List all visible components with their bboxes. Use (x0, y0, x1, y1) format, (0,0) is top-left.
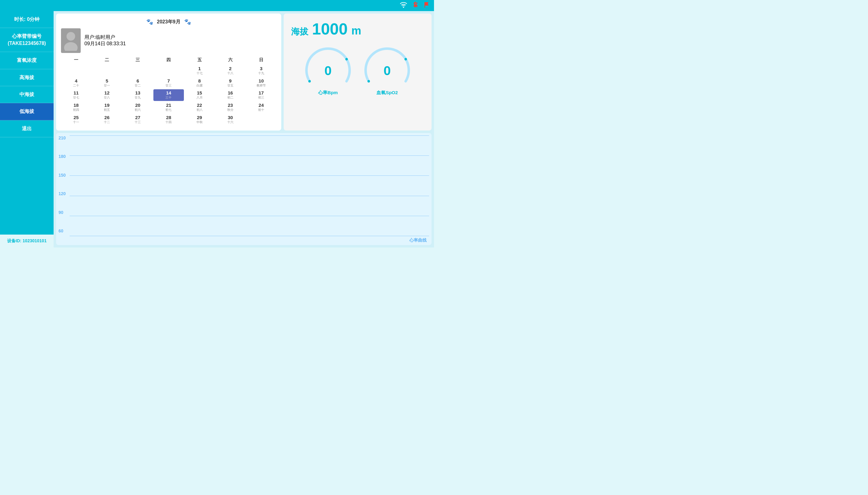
cal-day-empty-0 (61, 65, 91, 76)
cal-day-19[interactable]: 19初五 (92, 102, 122, 113)
altitude-value: 1000 (312, 20, 348, 38)
wifi-icon (400, 2, 407, 9)
cal-day-empty-3 (153, 65, 184, 76)
cal-day-12[interactable]: 12廿八 (92, 89, 122, 101)
cal-weekday-mon: 一 (61, 56, 91, 64)
cal-weekday-sun: 日 (246, 56, 276, 64)
calendar-prev-button[interactable]: 🐾 (146, 18, 153, 25)
cal-day-7[interactable]: 7廿三 (153, 77, 184, 89)
content-area: 🐾 2023年9月 🐾 用户:临时用户 09月14日 08:33:31 (54, 11, 434, 248)
top-row: 🐾 2023年9月 🐾 用户:临时用户 09月14日 08:33:31 (56, 14, 432, 131)
heart-rate-label: 心率Bpm (318, 90, 338, 96)
cal-day-9[interactable]: 9廿五 (215, 77, 246, 89)
cal-day-empty-2 (122, 65, 153, 76)
chart-title: 心率曲线 (410, 238, 427, 243)
sidebar-item-low-altitude[interactable]: 低海拔 (0, 103, 54, 120)
heart-rate-gauge-svg: 0 (303, 47, 353, 87)
cal-day-8[interactable]: 8白露 (184, 77, 215, 89)
cal-weekday-sat: 六 (215, 56, 246, 64)
spo2-gauge: 0 血氧SpO2 (363, 47, 412, 96)
svg-point-1 (64, 42, 78, 51)
svg-text:0: 0 (324, 64, 331, 78)
cal-day-10[interactable]: 10教师节 (246, 77, 276, 89)
device-id-label: 设备ID: 1023010101 (0, 235, 54, 248)
cal-day-16[interactable]: 16初二 (215, 89, 246, 101)
calendar-user-info: 用户:临时用户 09月14日 08:33:31 (61, 28, 276, 53)
cal-day-6[interactable]: 6廿二 (122, 77, 153, 89)
heart-rate-gauge: 0 心率Bpm (303, 47, 353, 96)
cal-weekday-thu: 四 (153, 56, 184, 64)
cal-weekday-wed: 三 (122, 56, 153, 64)
status-bar (0, 0, 434, 11)
svg-text:0: 0 (383, 64, 390, 78)
chart-panel: 210 180 150 120 90 60 心率曲线 (56, 133, 432, 245)
cal-day-30[interactable]: 30十六 (215, 114, 246, 125)
cal-day-11[interactable]: 11廿七 (61, 89, 91, 101)
chart-y-60: 60 (59, 228, 66, 233)
user-datetime-label: 09月14日 08:33:31 (84, 41, 126, 47)
sidebar-item-oxygen[interactable]: 富氧浓度 (0, 52, 54, 69)
sidebar: 时长: 0分钟 心率臂带编号 (TAKE12345678) 富氧浓度 高海拔 中… (0, 11, 54, 248)
cal-day-17[interactable]: 17初三 (246, 89, 276, 101)
chart-y-150: 150 (59, 173, 66, 177)
chart-line-210 (70, 135, 429, 136)
cal-day-25[interactable]: 25十一 (61, 114, 91, 125)
cal-day-1[interactable]: 1十七 (184, 65, 215, 76)
cal-day-13[interactable]: 13廿九 (122, 89, 153, 101)
cal-day-3[interactable]: 3十九 (246, 65, 276, 76)
chart-line-180 (70, 155, 429, 156)
calendar-panel: 🐾 2023年9月 🐾 用户:临时用户 09月14日 08:33:31 (56, 14, 281, 131)
sidebar-item-logout[interactable]: 退出 (0, 120, 54, 137)
chart-y-210: 210 (59, 135, 66, 140)
cal-weekday-tue: 二 (92, 56, 122, 64)
cal-day-29[interactable]: 29中秋 (184, 114, 215, 125)
sidebar-item-duration[interactable]: 时长: 0分钟 (0, 11, 54, 28)
chart-line-150 (70, 175, 429, 176)
gauges-row: 0 心率Bpm 0 血氧SpO2 (303, 47, 412, 96)
chart-y-90: 90 (59, 210, 66, 215)
main-container: 时长: 0分钟 心率臂带编号 (TAKE12345678) 富氧浓度 高海拔 中… (0, 11, 434, 248)
cal-day-14[interactable]: 14三十 (153, 89, 184, 101)
chart-line-120 (70, 196, 429, 196)
cal-day-2[interactable]: 2十八 (215, 65, 246, 76)
chart-y-labels: 210 180 150 120 90 60 (59, 133, 66, 236)
sidebar-item-armband[interactable]: 心率臂带编号 (TAKE12345678) (0, 28, 54, 52)
cal-day-18[interactable]: 18初四 (61, 102, 91, 113)
cal-weekday-fri: 五 (184, 56, 215, 64)
cal-day-24[interactable]: 24初十 (246, 102, 276, 113)
user-avatar (61, 28, 81, 53)
flag-icon (423, 2, 429, 10)
cal-day-4[interactable]: 4二十 (61, 77, 91, 89)
cal-day-23[interactable]: 23秋分 (215, 102, 246, 113)
cal-day-15[interactable]: 15八月 (184, 89, 215, 101)
cal-day-5[interactable]: 5廿一 (92, 77, 122, 89)
bluetooth-icon (413, 2, 418, 10)
chart-lines (70, 135, 429, 236)
spo2-label: 血氧SpO2 (377, 90, 398, 96)
chart-line-90 (70, 216, 429, 216)
altitude-row: 海拔 1000 m (291, 20, 361, 38)
cal-day-21[interactable]: 21初七 (153, 102, 184, 113)
cal-day-empty-1 (92, 65, 122, 76)
sidebar-item-high-altitude[interactable]: 高海拔 (0, 69, 54, 86)
user-details: 用户:临时用户 09月14日 08:33:31 (84, 34, 126, 47)
user-name-label: 用户:临时用户 (84, 34, 126, 41)
metrics-panel: 海拔 1000 m 0 心率Bpm (284, 14, 432, 131)
cal-day-22[interactable]: 22初八 (184, 102, 215, 113)
calendar-grid: 一 二 三 四 五 六 日 1十七2十八3十九4二十5廿一6廿二7廿三8白露9廿… (61, 56, 276, 125)
sidebar-item-mid-altitude[interactable]: 中海拔 (0, 86, 54, 103)
altitude-unit: m (351, 24, 361, 37)
cal-day-28[interactable]: 28十四 (153, 114, 184, 125)
cal-day-26[interactable]: 26十二 (92, 114, 122, 125)
altitude-label: 海拔 (291, 26, 308, 37)
calendar-month-label: 2023年9月 (157, 19, 181, 25)
chart-y-180: 180 (59, 154, 66, 159)
spo2-gauge-svg: 0 (363, 47, 412, 87)
calendar-next-button[interactable]: 🐾 (184, 18, 191, 25)
calendar-header: 🐾 2023年9月 🐾 (61, 18, 276, 25)
svg-point-0 (67, 32, 75, 41)
cal-day-20[interactable]: 20初六 (122, 102, 153, 113)
cal-day-27[interactable]: 27十三 (122, 114, 153, 125)
chart-y-120: 120 (59, 191, 66, 196)
